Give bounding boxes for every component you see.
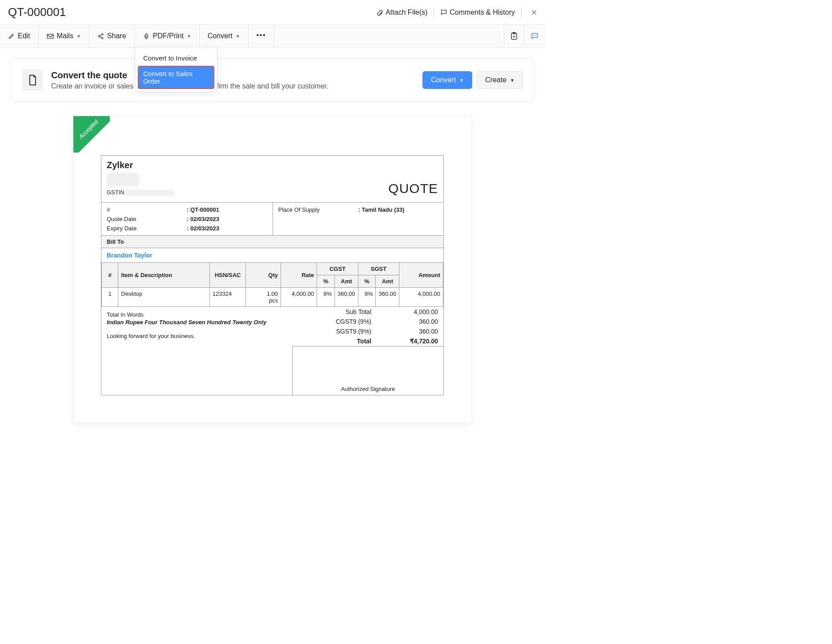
edit-label: Edit xyxy=(18,32,30,40)
convert-button[interactable]: Convert ▼ xyxy=(200,25,249,47)
cell-cgst-amt: 360.00 xyxy=(335,287,358,306)
col-qty: Qty xyxy=(246,262,281,287)
quote-document: Accepted Zylker GSTIN QUOTE # QT-000001 xyxy=(73,116,471,422)
sgst-value: 360.00 xyxy=(385,328,438,335)
close-button[interactable] xyxy=(528,9,540,16)
status-ribbon-label: Accepted xyxy=(73,116,107,147)
svg-rect-0 xyxy=(47,34,53,38)
pdf-print-button[interactable]: PDF/Print ▼ xyxy=(135,25,200,47)
svg-point-7 xyxy=(535,35,535,36)
convert-dropdown: Convert to Invoice Convert to Sales Orde… xyxy=(135,47,217,92)
toolbar: Edit Mails ▼ Share PDF/Print ▼ Convert ▼ xyxy=(0,24,545,48)
edit-button[interactable]: Edit xyxy=(0,25,39,47)
paperclip-icon xyxy=(376,8,383,16)
col-item: Item & Description xyxy=(118,262,210,287)
expiry-date-label: Expiry Date xyxy=(107,225,187,232)
cgst-value: 360.00 xyxy=(385,318,438,325)
pencil-icon xyxy=(8,33,15,40)
convert-to-sales-order-item[interactable]: Convert to Sales Order xyxy=(138,66,214,89)
mails-label: Mails xyxy=(57,32,73,40)
comments-history-button[interactable]: Comments & History xyxy=(440,8,515,16)
cell-qty: 1.00 pcs xyxy=(246,287,281,306)
quote-date-value: 02/03/2023 xyxy=(187,216,267,222)
gstin-label: GSTIN xyxy=(107,189,125,196)
share-icon xyxy=(97,33,104,40)
page-title: QT-000001 xyxy=(8,5,66,19)
svg-point-6 xyxy=(533,35,534,36)
col-idx: # xyxy=(102,262,118,287)
sgst-label: SGST9 (9%) xyxy=(297,328,385,335)
signature-label: Authorized Signature xyxy=(293,386,443,392)
table-row: 1 Desktop 123324 1.00 pcs 4,000.00 9% 36… xyxy=(102,287,443,306)
card-create-label: Create xyxy=(485,76,506,84)
close-icon xyxy=(531,9,538,16)
mail-icon xyxy=(47,33,54,39)
col-sgst: SGST xyxy=(358,262,399,275)
total-in-words-value: Indian Rupee Four Thousand Seven Hundred… xyxy=(107,319,287,326)
col-sgst-pct: % xyxy=(358,275,376,287)
checklist-button[interactable] xyxy=(504,25,524,47)
total-in-words-label: Total In Words xyxy=(107,311,287,318)
cell-sgst-pct: 9% xyxy=(358,287,376,306)
more-icon: ••• xyxy=(257,31,266,39)
col-sgst-amt: Amt xyxy=(376,275,399,287)
comments-history-label: Comments & History xyxy=(450,8,515,16)
col-rate: Rate xyxy=(281,262,317,287)
share-button[interactable]: Share xyxy=(89,25,135,47)
total-label: Total xyxy=(297,338,385,345)
share-label: Share xyxy=(107,32,126,40)
pdf-icon xyxy=(143,32,150,40)
quote-number-label: # xyxy=(107,206,187,213)
chat-icon xyxy=(530,32,539,40)
chevron-down-icon: ▼ xyxy=(76,34,81,39)
total-value: ₹4,720.00 xyxy=(385,338,438,345)
convert-quote-card: Convert the quote Create an invoice or s… xyxy=(11,58,534,102)
svg-point-8 xyxy=(536,35,537,36)
page-header: QT-000001 Attach File(s) Comments & Hist… xyxy=(0,0,545,24)
quote-number-value: QT-000001 xyxy=(187,206,267,213)
bill-to-header: Bill To xyxy=(101,235,443,248)
cell-sgst-amt: 360.00 xyxy=(376,287,399,306)
redacted-gstin xyxy=(126,190,175,196)
redacted-address xyxy=(107,173,139,186)
company-name: Zylker xyxy=(107,160,175,170)
footer-note: Looking forward for your business. xyxy=(107,333,287,339)
attach-files-label: Attach File(s) xyxy=(386,8,427,16)
expiry-date-value: 02/03/2023 xyxy=(187,225,267,232)
col-amount: Amount xyxy=(399,262,443,287)
comment-icon xyxy=(440,9,447,16)
col-cgst: CGST xyxy=(317,262,358,275)
mails-button[interactable]: Mails ▼ xyxy=(39,25,89,47)
card-create-button[interactable]: Create ▼ xyxy=(477,71,523,89)
quote-date-label: Quote Date xyxy=(107,216,187,222)
subtotal-label: Sub Total xyxy=(297,308,385,315)
place-of-supply-value: Tamil Nadu (33) xyxy=(358,206,438,232)
divider xyxy=(521,8,522,17)
doc-type: QUOTE xyxy=(388,181,438,196)
clipboard-icon xyxy=(510,31,518,41)
card-convert-label: Convert xyxy=(431,76,456,84)
cell-idx: 1 xyxy=(102,287,118,306)
cell-rate: 4,000.00 xyxy=(281,287,317,306)
bill-to-name[interactable]: Brandon Taylor xyxy=(101,248,443,262)
more-button[interactable]: ••• xyxy=(249,25,275,47)
place-of-supply-label: Place Of Supply xyxy=(278,206,358,232)
chat-button[interactable] xyxy=(524,25,545,47)
convert-label: Convert xyxy=(208,32,233,40)
chevron-down-icon: ▼ xyxy=(459,78,464,83)
attach-files-button[interactable]: Attach File(s) xyxy=(376,8,427,16)
card-convert-button[interactable]: Convert ▼ xyxy=(422,71,472,89)
convert-to-invoice-item[interactable]: Convert to Invoice xyxy=(138,50,214,66)
col-cgst-pct: % xyxy=(317,275,335,287)
cell-hsn: 123324 xyxy=(209,287,246,306)
signature-box: Authorized Signature xyxy=(292,346,443,395)
subtotal-value: 4,000.00 xyxy=(385,308,438,315)
pdf-print-label: PDF/Print xyxy=(153,32,184,40)
cgst-label: CGST9 (9%) xyxy=(297,318,385,325)
cell-amount: 4,000.00 xyxy=(399,287,443,306)
document-icon xyxy=(22,69,43,91)
col-hsn: HSN/SAC xyxy=(209,262,246,287)
line-items-table: # Item & Description HSN/SAC Qty Rate CG… xyxy=(101,262,443,307)
chevron-down-icon: ▼ xyxy=(510,78,514,83)
cell-item: Desktop xyxy=(118,287,210,306)
